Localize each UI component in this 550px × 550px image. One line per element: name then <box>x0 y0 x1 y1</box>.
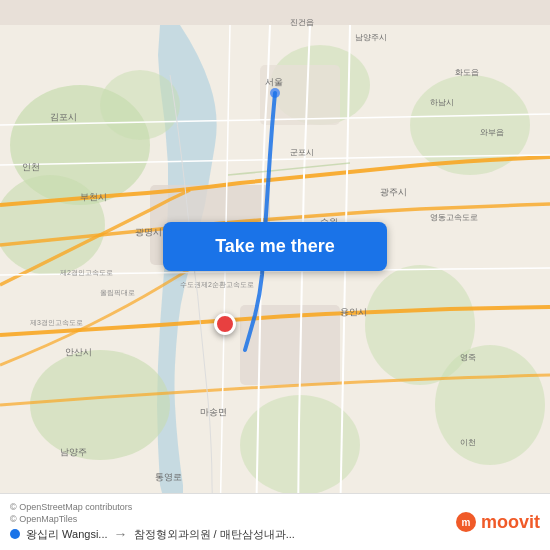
svg-text:영죽: 영죽 <box>460 353 476 362</box>
to-station-label: 참정형외과의원 / 매탄삼성내과... <box>134 527 295 542</box>
route-arrow: → <box>114 526 128 542</box>
moovit-logo-text: moovit <box>481 512 540 533</box>
bottom-bar: © OpenStreetMap contributors © OpenMapTi… <box>0 493 550 550</box>
svg-text:안산시: 안산시 <box>65 347 92 357</box>
moovit-logo-icon: m <box>455 511 477 533</box>
svg-text:광명시: 광명시 <box>135 227 162 237</box>
map-background: 김포시 인천 부천시 광명시 안산시 남양주 통영로 마송면 서울 군포시 수원… <box>0 0 550 550</box>
svg-point-7 <box>30 350 170 460</box>
svg-text:남양주: 남양주 <box>60 447 87 457</box>
destination-pin <box>214 313 236 335</box>
svg-text:와부읍: 와부읍 <box>480 128 504 137</box>
svg-text:마송면: 마송면 <box>200 407 227 417</box>
svg-text:진건읍: 진건읍 <box>290 18 314 27</box>
map-container: 김포시 인천 부천시 광명시 안산시 남양주 통영로 마송면 서울 군포시 수원… <box>0 0 550 550</box>
svg-text:제3경인고속도로: 제3경인고속도로 <box>30 319 83 327</box>
bottom-bar-left: © OpenStreetMap contributors © OpenMapTi… <box>10 502 295 542</box>
openstreetmap-attribution: © OpenStreetMap contributors <box>10 502 295 512</box>
svg-text:서울: 서울 <box>265 77 283 87</box>
openmaptiles-attribution: © OpenMapTiles <box>10 514 295 524</box>
route-info: 왕십리 Wangsi... → 참정형외과의원 / 매탄삼성내과... <box>10 526 295 542</box>
take-me-there-button[interactable]: Take me there <box>163 222 387 271</box>
svg-text:화도읍: 화도읍 <box>455 68 479 77</box>
svg-point-3 <box>100 70 180 140</box>
from-station-label: 왕십리 Wangsi... <box>26 527 108 542</box>
svg-point-9 <box>435 345 545 465</box>
svg-text:이천: 이천 <box>460 438 476 447</box>
bottom-bar-right: m moovit <box>455 511 540 533</box>
svg-text:제2경인고속도로: 제2경인고속도로 <box>60 269 113 277</box>
svg-text:영동고속도로: 영동고속도로 <box>430 213 478 222</box>
from-station-dot <box>10 529 20 539</box>
svg-text:남양주시: 남양주시 <box>355 33 387 42</box>
svg-text:광주시: 광주시 <box>380 187 407 197</box>
svg-text:m: m <box>462 517 471 528</box>
svg-text:올림픽대로: 올림픽대로 <box>100 289 135 297</box>
svg-text:군포시: 군포시 <box>290 148 314 157</box>
svg-text:부천시: 부천시 <box>80 192 107 202</box>
svg-text:수도권제2순환고속도로: 수도권제2순환고속도로 <box>180 281 254 289</box>
moovit-logo: m moovit <box>455 511 540 533</box>
svg-text:하남시: 하남시 <box>430 98 454 107</box>
svg-text:통영로: 통영로 <box>155 472 182 482</box>
svg-text:인천: 인천 <box>22 162 40 172</box>
svg-text:김포시: 김포시 <box>50 112 77 122</box>
pin-circle <box>214 313 236 335</box>
svg-text:용인시: 용인시 <box>340 307 367 317</box>
